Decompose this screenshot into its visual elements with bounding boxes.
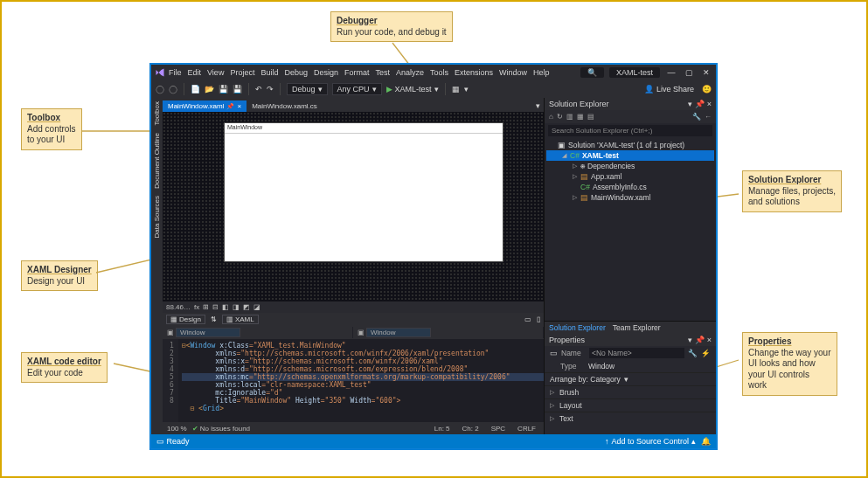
home-icon[interactable]: ⌂ <box>549 113 553 121</box>
menu-test[interactable]: Test <box>375 68 390 77</box>
menu-analyze[interactable]: Analyze <box>396 68 424 77</box>
doc-tab-mainwindow-xaml[interactable]: MainWindow.xaml 📌 × <box>163 100 247 112</box>
menu-help[interactable]: Help <box>533 68 550 77</box>
scope-dropdown[interactable]: ▣Window <box>163 327 353 338</box>
close-icon[interactable]: × <box>707 100 712 108</box>
menu-design[interactable]: Design <box>314 68 338 77</box>
member-dropdown[interactable]: ▣Window <box>353 327 544 338</box>
prop-cat-brush[interactable]: ▷Brush <box>545 385 716 398</box>
menu-format[interactable]: Format <box>344 68 370 77</box>
tree-project[interactable]: ◢C#XAML-test <box>546 150 714 161</box>
close-icon[interactable]: × <box>707 336 712 344</box>
zoom-value[interactable]: 88.46… <box>166 303 191 311</box>
tree-app-xaml[interactable]: ▷▤App.xaml <box>546 171 714 182</box>
menu-project[interactable]: Project <box>230 68 254 77</box>
close-icon[interactable]: × <box>237 102 241 110</box>
split-vert-icon[interactable]: ▯ <box>537 315 540 323</box>
prop-name-input[interactable]: <No Name> <box>589 348 684 358</box>
sidebar-toolbox[interactable]: Toolbox <box>153 101 161 126</box>
notifications-icon[interactable]: 🔔 <box>701 437 711 446</box>
pin-icon[interactable]: 📌 <box>695 336 705 344</box>
prop-cat-text[interactable]: ▷Text <box>545 412 716 425</box>
line-ending[interactable]: CRLF <box>514 425 539 433</box>
chevron-down-icon[interactable]: ▾ <box>688 336 692 344</box>
menu-window[interactable]: Window <box>499 68 527 77</box>
wrench-icon[interactable]: 🔧 <box>692 113 701 121</box>
pane-xaml-button[interactable]: ▥XAML <box>222 315 259 324</box>
tab-team-explorer[interactable]: Team Explorer <box>613 323 661 332</box>
platform-dropdown[interactable]: Any CPU▾ <box>332 83 382 95</box>
zoom-percent[interactable]: 100 % <box>167 425 187 433</box>
solution-search[interactable]: Search Solution Explorer (Ctrl+;) <box>548 125 712 136</box>
open-icon[interactable]: 📂 <box>205 85 214 94</box>
pin-icon[interactable]: 📌 <box>226 103 234 110</box>
swap-icon[interactable]: ⇅ <box>211 315 217 323</box>
menu-edit[interactable]: Edit <box>188 68 202 77</box>
menu-tools[interactable]: Tools <box>430 68 448 77</box>
title-project-pill[interactable]: XAML-test <box>609 67 660 78</box>
callout-debugger: Debugger Run your code, and debug it <box>330 11 453 42</box>
grid-icon[interactable]: ⊞ <box>203 303 209 311</box>
toolbar-icon[interactable]: ▦ <box>452 85 460 94</box>
hammer-icon[interactable]: ▥ <box>566 113 573 121</box>
events-icon[interactable]: ⚡ <box>701 349 711 357</box>
title-search[interactable]: 🔍 <box>580 67 604 78</box>
solution-toolbar: ⌂ ↻ ▥ ▦ ▤ 🔧 ← <box>545 110 716 123</box>
pane-design-button[interactable]: ▦Design <box>166 315 205 324</box>
document-tabs: MainWindow.xaml 📌 × MainWindow.xaml.cs ▾ <box>163 98 544 112</box>
pin-icon[interactable]: 📌 <box>695 100 705 108</box>
tree-mainwindow-xaml[interactable]: ▷▤MainWindow.xaml <box>546 192 714 203</box>
tool-icon[interactable]: ◨ <box>233 303 240 311</box>
arrange-by[interactable]: Arrange by: Category <box>550 375 621 384</box>
nav-back-icon[interactable]: ◯ <box>156 85 164 94</box>
tab-solution-explorer[interactable]: Solution Explorer <box>549 323 606 332</box>
show-all-icon[interactable]: ▤ <box>587 113 594 121</box>
doc-tab-mainwindow-cs[interactable]: MainWindow.xaml.cs <box>247 100 323 112</box>
chevron-down-icon[interactable]: ▾ <box>688 100 692 108</box>
add-source-control[interactable]: ↑Add to Source Control ▴ <box>605 437 696 446</box>
back-icon[interactable]: ← <box>705 113 712 121</box>
close-icon[interactable]: ✕ <box>700 68 712 77</box>
filter-icon[interactable]: ▦ <box>577 113 584 121</box>
config-dropdown[interactable]: Debug▾ <box>287 83 328 95</box>
tab-overflow-icon[interactable]: ▾ <box>532 100 544 112</box>
sidebar-data-sources[interactable]: Data Sources <box>153 196 161 238</box>
save-icon[interactable]: 💾 <box>219 85 228 94</box>
tree-dependencies[interactable]: ▷⎈Dependencies <box>546 161 714 171</box>
xaml-code-editor[interactable]: 1234 5678 ⊟<Window x:Class="XAML_test.Ma… <box>163 339 544 422</box>
split-horiz-icon[interactable]: ▭ <box>524 315 531 323</box>
xaml-designer[interactable]: MainWindow 88.46… fx ⊞ ⊟ ◧ ◨ ◩ ◪ <box>163 112 544 313</box>
undo-icon[interactable]: ↶ <box>255 85 262 94</box>
feedback-icon[interactable]: 🙂 <box>702 85 712 94</box>
menu-extensions[interactable]: Extensions <box>455 68 493 77</box>
tool-icon[interactable]: ◩ <box>243 303 250 311</box>
tree-solution[interactable]: ▣Solution 'XAML-test' (1 of 1 project) <box>546 140 714 150</box>
indent-mode[interactable]: SPC <box>488 425 509 433</box>
menu-view[interactable]: View <box>207 68 224 77</box>
wrench-icon[interactable]: 🔧 <box>688 349 698 357</box>
sidebar-document-outline[interactable]: Document Outline <box>153 133 161 189</box>
tree-assemblyinfo[interactable]: C#AssemblyInfo.cs <box>546 182 714 192</box>
prop-cat-layout[interactable]: ▷Layout <box>545 398 716 412</box>
new-icon[interactable]: 📄 <box>191 85 200 94</box>
menu-build[interactable]: Build <box>260 68 278 77</box>
menu-debug[interactable]: Debug <box>284 68 308 77</box>
fx-icon[interactable]: fx <box>194 303 199 311</box>
menu-file[interactable]: File <box>169 68 182 77</box>
chevron-down-icon: ▾ <box>318 85 323 94</box>
nav-fwd-icon[interactable]: ◯ <box>169 85 177 94</box>
maximize-icon[interactable]: ▢ <box>683 68 695 77</box>
sync-icon[interactable]: ↻ <box>557 113 563 121</box>
snap-icon[interactable]: ⊟ <box>212 303 219 311</box>
tool-icon[interactable]: ◪ <box>253 303 260 311</box>
minimize-icon[interactable]: — <box>665 68 677 77</box>
design-preview-window[interactable]: MainWindow <box>224 122 503 262</box>
live-share-button[interactable]: 👤 Live Share <box>644 85 694 94</box>
tool-icon[interactable]: ◧ <box>222 303 229 311</box>
issues-indicator[interactable]: ✔No issues found <box>192 425 250 433</box>
save-all-icon[interactable]: 💾 <box>233 85 242 94</box>
toolbar-icon[interactable]: ▾ <box>464 85 469 94</box>
chevron-down-icon: ▾ <box>624 375 628 384</box>
start-debug-button[interactable]: ▶ XAML-test ▾ <box>386 85 439 94</box>
redo-icon[interactable]: ↷ <box>267 85 274 94</box>
